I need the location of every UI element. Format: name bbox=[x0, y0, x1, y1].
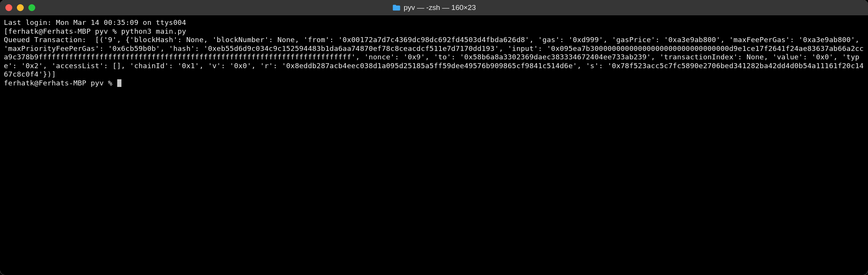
titlebar[interactable]: pyv — -zsh — 160×23 bbox=[0, 0, 868, 15]
zoom-button[interactable] bbox=[28, 4, 35, 11]
last-login-line: Last login: Mon Mar 14 00:35:09 on ttys0… bbox=[4, 18, 186, 26]
close-button[interactable] bbox=[5, 4, 12, 11]
terminal-content[interactable]: Last login: Mon Mar 14 00:35:09 on ttys0… bbox=[0, 15, 868, 91]
folder-icon bbox=[392, 4, 401, 11]
prompt-1-prefix: [ferhatk@Ferhats-MBP pyv % bbox=[4, 27, 121, 35]
minimize-button[interactable] bbox=[17, 4, 24, 11]
cursor bbox=[117, 79, 121, 87]
window-title-area: pyv — -zsh — 160×23 bbox=[0, 3, 868, 12]
command-output: Queued Transaction: [('9', {'blockHash':… bbox=[4, 36, 864, 78]
prompt-2: ferhatk@Ferhats-MBP pyv % bbox=[4, 79, 117, 87]
terminal-window: pyv — -zsh — 160×23 Last login: Mon Mar … bbox=[0, 0, 868, 275]
prompt-1-command: python3 main.py bbox=[121, 27, 186, 35]
traffic-lights bbox=[5, 4, 35, 11]
window-title: pyv — -zsh — 160×23 bbox=[404, 3, 476, 12]
